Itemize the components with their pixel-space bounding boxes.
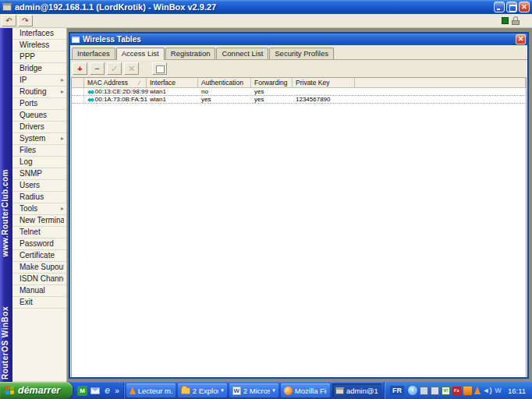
messenger-icon[interactable]: W (494, 387, 502, 395)
column-header-mac-address[interactable]: MAC Address∕ (84, 78, 147, 87)
mail-icon[interactable] (90, 386, 100, 396)
vlc-tray-icon[interactable] (474, 387, 481, 394)
remove-entry-button[interactable]: − (90, 62, 105, 75)
windows-logo-icon (5, 386, 15, 396)
submenu-arrow-icon: ▸ (61, 75, 64, 86)
task-firefox[interactable]: Mozilla Fire... (281, 383, 330, 397)
sidebar-item-users[interactable]: Users (12, 180, 66, 192)
volume-icon[interactable]: ◄) (483, 387, 491, 395)
close-button[interactable]: ✕ (519, 2, 530, 12)
start-button[interactable]: démarrer (0, 382, 73, 399)
task-word-group[interactable]: W 2 Micros... ▾ (229, 383, 278, 397)
column-header-private-key[interactable]: Private Key (293, 78, 355, 87)
sidebar-item-log[interactable]: Log (12, 157, 66, 168)
app-toolbar: ↶ ↷ (0, 14, 532, 28)
cell-interface: wlan1 (147, 96, 198, 103)
maximize-button[interactable] (506, 2, 517, 12)
column-header-forwarding[interactable]: Forwarding (251, 78, 293, 87)
network-icon[interactable] (420, 387, 428, 395)
sidebar-item-tools[interactable]: Tools▸ (12, 203, 66, 215)
sidebar-item-certificate[interactable]: Certificate (12, 250, 66, 262)
row-gutter (72, 96, 84, 103)
connection-signal-icon[interactable] (431, 387, 439, 395)
taskbar: démarrer M e » Lecteur m... 2 Explor... … (0, 382, 532, 399)
table-row[interactable]: ◆◆00:13:CE:2D:98:99 wlan1 no yes (72, 88, 526, 96)
taskbar-clock[interactable]: 16:11 (508, 387, 526, 395)
cell-mac-address: ◆◆00:13:CE:2D:98:99 (84, 88, 147, 95)
winbox-quicklaunch-icon[interactable]: M (77, 386, 87, 396)
connection-status-indicator (502, 17, 509, 24)
firefox-icon (284, 387, 293, 395)
sidebar-item-queues[interactable]: Queues (12, 110, 66, 122)
winbox-window-icon (335, 387, 344, 394)
column-header-interface[interactable]: Interface (147, 78, 198, 87)
internet-explorer-icon[interactable]: e (102, 386, 112, 396)
sidebar-item-exit[interactable]: Exit (12, 297, 66, 309)
hide-icons-chevron[interactable]: ‹ (408, 386, 417, 395)
task-vlc-player[interactable]: Lecteur m... (126, 383, 176, 397)
tab-connect-list[interactable]: Connect List (216, 48, 268, 59)
quicklaunch-overflow-chevron[interactable]: » (115, 387, 119, 395)
cell-private-key: 1234567890 (293, 96, 355, 103)
winbox-screen: admin@192.168.1.1 (LordKrotik) - WinBox … (0, 0, 532, 399)
folder-icon (181, 387, 190, 394)
taskbar-tasks: Lecteur m... 2 Explor... ▾ W 2 Micros...… (124, 383, 384, 397)
sidebar-item-routing[interactable]: Routing▸ (12, 87, 66, 98)
disable-entry-button[interactable]: ✕ (124, 62, 139, 75)
antivirus-icon[interactable]: V! (442, 387, 450, 395)
mdi-area: Wireless Tables ✕ Interfaces Access List… (67, 28, 532, 382)
sidebar-item-ppp[interactable]: PPP (12, 51, 66, 63)
quick-launch-bar: M e » (73, 382, 124, 399)
lock-icon (512, 16, 520, 25)
copy-entry-button[interactable] (152, 62, 167, 75)
cell-authentication: no (198, 88, 251, 95)
word-icon: W (232, 387, 241, 395)
sidebar-item-system[interactable]: System▸ (12, 133, 66, 145)
submenu-arrow-icon: ▸ (61, 133, 64, 144)
submenu-arrow-icon: ▸ (61, 203, 64, 214)
task-winbox-active[interactable]: admin@19... (332, 383, 381, 397)
language-indicator[interactable]: FR (390, 386, 404, 395)
app-window-icon (2, 3, 12, 11)
tab-registration[interactable]: Registration (165, 48, 216, 59)
sidebar-item-interfaces[interactable]: Interfaces (12, 28, 66, 40)
app-titlebar: admin@192.168.1.1 (LordKrotik) - WinBox … (0, 0, 532, 14)
sidebar-item-telnet[interactable]: Telnet (12, 227, 66, 238)
table-header-row: MAC Address∕ Interface Authentication Fo… (72, 78, 526, 88)
sidebar-item-ports[interactable]: Ports (12, 98, 66, 110)
filezilla-icon[interactable]: Fz (452, 387, 461, 395)
access-list-table: MAC Address∕ Interface Authentication Fo… (71, 77, 527, 377)
sidebar-item-radius[interactable]: Radius (12, 192, 66, 203)
minimize-button[interactable] (494, 2, 505, 12)
wireless-entry-icon: ◆◆ (87, 89, 93, 94)
download-manager-icon[interactable] (463, 387, 472, 395)
sidebar-item-files[interactable]: Files (12, 145, 66, 157)
tab-interfaces[interactable]: Interfaces (72, 48, 115, 59)
routerclub-branding: www.RouterClub.com (1, 169, 9, 257)
sidebar-item-snmp[interactable]: SNMP (12, 168, 66, 180)
sidebar-item-isdn-channels[interactable]: ISDN Channels (12, 274, 66, 285)
task-dropdown-icon: ▾ (272, 387, 275, 394)
task-explorer-group[interactable]: 2 Explor... ▾ (178, 383, 227, 397)
child-close-button[interactable]: ✕ (516, 34, 526, 44)
sidebar-item-wireless[interactable]: Wireless (12, 40, 66, 51)
cell-forwarding: yes (251, 96, 293, 103)
start-button-label: démarrer (18, 385, 60, 396)
add-entry-button[interactable]: + (73, 62, 87, 75)
sidebar-item-ip[interactable]: IP▸ (12, 75, 66, 87)
cell-authentication: yes (198, 96, 251, 103)
table-row[interactable]: ◆◆00:1A:73:0B:FA:51 wlan1 yes yes 123456… (72, 96, 526, 104)
tab-access-list[interactable]: Access List (116, 48, 165, 60)
sidebar-item-bridge[interactable]: Bridge (12, 63, 66, 75)
sidebar-item-new-terminal[interactable]: New Terminal (12, 215, 66, 227)
wireless-tables-titlebar[interactable]: Wireless Tables ✕ (70, 34, 527, 45)
enable-entry-button[interactable]: ✓ (107, 62, 122, 75)
sidebar-item-password[interactable]: Password (12, 238, 66, 250)
column-header-authentication[interactable]: Authentication (198, 78, 251, 87)
undo-button[interactable]: ↶ (2, 15, 16, 26)
sidebar-item-make-supout[interactable]: Make Supout.rif (12, 262, 66, 274)
sidebar-item-manual[interactable]: Manual (12, 285, 66, 297)
sidebar-item-drivers[interactable]: Drivers (12, 122, 66, 133)
redo-button[interactable]: ↷ (18, 15, 33, 26)
tab-security-profiles[interactable]: Security Profiles (269, 48, 334, 59)
